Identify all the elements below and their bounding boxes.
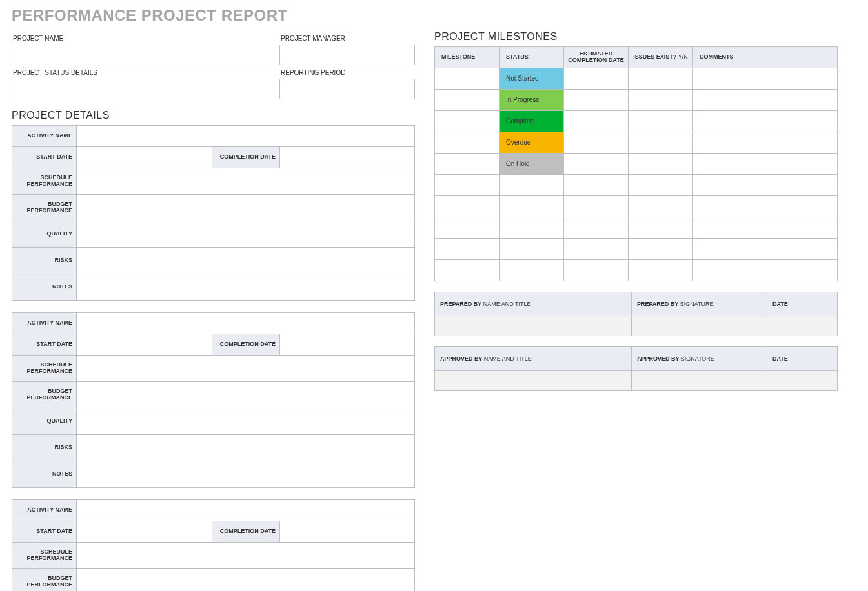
- field-prepared-by-name[interactable]: [435, 316, 632, 336]
- field-milestone-name[interactable]: [435, 132, 500, 153]
- field-milestone-comments[interactable]: [693, 68, 838, 89]
- milestone-row: In Progress: [435, 89, 838, 110]
- field-milestone-date[interactable]: [564, 110, 629, 132]
- field-start-date[interactable]: [77, 147, 212, 168]
- label-activity-name: ACTIVITY NAME: [12, 313, 77, 334]
- field-milestone-status[interactable]: Overdue: [500, 132, 564, 153]
- field-activity-name[interactable]: [77, 126, 415, 147]
- field-milestone-status[interactable]: [500, 259, 564, 281]
- section-project-milestones: PROJECT MILESTONES: [434, 31, 838, 43]
- field-prepared-by-date[interactable]: [767, 316, 838, 336]
- field-budget-performance[interactable]: [77, 382, 415, 408]
- field-milestone-issues[interactable]: [629, 259, 693, 281]
- field-milestone-status[interactable]: [500, 174, 564, 195]
- field-budget-performance[interactable]: [77, 569, 415, 592]
- th-prepared-by-signature: PREPARED BY SIGNATURE: [632, 292, 767, 316]
- field-milestone-name[interactable]: [435, 259, 500, 281]
- field-milestone-issues[interactable]: [629, 68, 693, 89]
- field-milestone-comments[interactable]: [693, 259, 838, 281]
- field-milestone-date[interactable]: [564, 259, 629, 281]
- field-reporting-period[interactable]: [279, 79, 415, 99]
- field-start-date[interactable]: [77, 521, 212, 543]
- label-budget-performance: BUDGET PERFORMANCE: [12, 569, 77, 592]
- milestone-row: [435, 238, 838, 259]
- label-quality: QUALITY: [12, 408, 77, 435]
- field-project-name[interactable]: [12, 45, 279, 65]
- field-milestone-comments[interactable]: [693, 132, 838, 153]
- field-milestone-name[interactable]: [435, 153, 500, 174]
- th-approved-by-signature: APPROVED BY SIGNATURE: [632, 346, 767, 370]
- field-milestone-issues[interactable]: [629, 217, 693, 238]
- field-milestone-date[interactable]: [564, 238, 629, 259]
- field-milestone-comments[interactable]: [693, 110, 838, 132]
- field-milestone-date[interactable]: [564, 68, 629, 89]
- field-notes[interactable]: [77, 274, 415, 301]
- field-milestone-name[interactable]: [435, 68, 500, 89]
- field-milestone-issues[interactable]: [629, 195, 693, 217]
- th-approved-by-name: APPROVED BY NAME AND TITLE: [435, 346, 632, 370]
- field-milestone-date[interactable]: [564, 89, 629, 110]
- field-milestone-status[interactable]: On Hold: [500, 153, 564, 174]
- field-milestone-name[interactable]: [435, 110, 500, 132]
- field-quality[interactable]: [77, 408, 415, 435]
- field-milestone-issues[interactable]: [629, 238, 693, 259]
- field-milestone-name[interactable]: [435, 174, 500, 195]
- field-milestone-comments[interactable]: [693, 153, 838, 174]
- label-notes: NOTES: [12, 274, 77, 301]
- field-quality[interactable]: [77, 221, 415, 248]
- field-milestone-status[interactable]: In Progress: [500, 89, 564, 110]
- label-activity-name: ACTIVITY NAME: [12, 126, 77, 147]
- field-completion-date[interactable]: [280, 521, 415, 543]
- field-milestone-issues[interactable]: [629, 153, 693, 174]
- th-milestone: MILESTONE: [435, 47, 500, 68]
- field-milestone-comments[interactable]: [693, 174, 838, 195]
- field-project-manager[interactable]: [279, 45, 415, 65]
- field-milestone-comments[interactable]: [693, 238, 838, 259]
- field-milestone-status[interactable]: Not Started: [500, 68, 564, 89]
- field-approved-by-signature[interactable]: [632, 370, 767, 390]
- field-notes[interactable]: [77, 461, 415, 488]
- field-milestone-issues[interactable]: [629, 110, 693, 132]
- field-milestone-status[interactable]: [500, 217, 564, 238]
- milestone-row: Complete: [435, 110, 838, 132]
- field-status-details[interactable]: [12, 79, 279, 99]
- field-milestone-name[interactable]: [435, 89, 500, 110]
- field-prepared-by-signature[interactable]: [632, 316, 767, 336]
- field-milestone-name[interactable]: [435, 238, 500, 259]
- field-milestone-status[interactable]: Complete: [500, 110, 564, 132]
- field-risks[interactable]: [77, 435, 415, 461]
- field-milestone-issues[interactable]: [629, 174, 693, 195]
- field-risks[interactable]: [77, 248, 415, 274]
- field-completion-date[interactable]: [280, 147, 415, 168]
- field-milestone-date[interactable]: [564, 132, 629, 153]
- field-budget-performance[interactable]: [77, 195, 415, 221]
- milestone-row: [435, 195, 838, 217]
- field-schedule-performance[interactable]: [77, 168, 415, 195]
- field-milestone-issues[interactable]: [629, 89, 693, 110]
- field-activity-name[interactable]: [77, 500, 415, 521]
- field-milestone-date[interactable]: [564, 153, 629, 174]
- field-milestone-date[interactable]: [564, 217, 629, 238]
- field-milestone-name[interactable]: [435, 217, 500, 238]
- field-approved-by-name[interactable]: [435, 370, 632, 390]
- milestones-table: MILESTONE STATUS ESTIMATED COMPLETION DA…: [434, 46, 838, 281]
- field-milestone-name[interactable]: [435, 195, 500, 217]
- label-completion-date: COMPLETION DATE: [212, 147, 280, 168]
- field-schedule-performance[interactable]: [77, 543, 415, 569]
- label-risks: RISKS: [12, 435, 77, 461]
- field-start-date[interactable]: [77, 334, 212, 356]
- field-milestone-date[interactable]: [564, 174, 629, 195]
- field-approved-by-date[interactable]: [767, 370, 838, 390]
- field-milestone-comments[interactable]: [693, 195, 838, 217]
- field-milestone-issues[interactable]: [629, 132, 693, 153]
- field-activity-name[interactable]: [77, 313, 415, 334]
- field-milestone-comments[interactable]: [693, 217, 838, 238]
- field-milestone-status[interactable]: [500, 195, 564, 217]
- field-milestone-status[interactable]: [500, 238, 564, 259]
- page-title: PERFORMANCE PROJECT REPORT: [12, 6, 856, 25]
- field-schedule-performance[interactable]: [77, 356, 415, 382]
- field-completion-date[interactable]: [280, 334, 415, 356]
- field-milestone-comments[interactable]: [693, 89, 838, 110]
- field-milestone-date[interactable]: [564, 195, 629, 217]
- label-notes: NOTES: [12, 461, 77, 488]
